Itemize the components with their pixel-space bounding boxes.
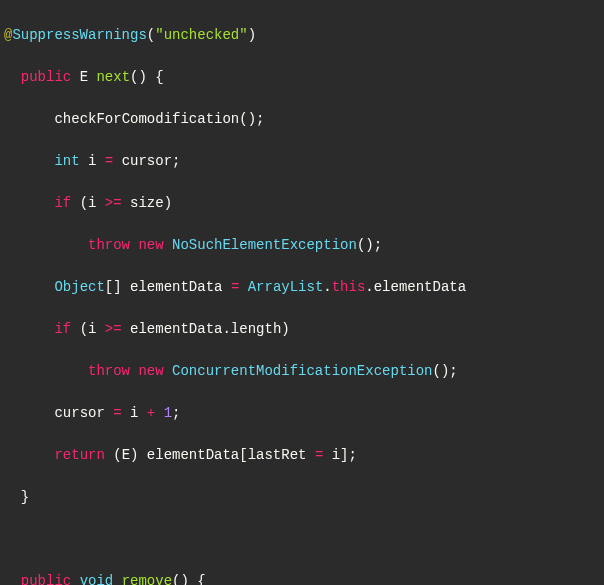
- string-literal: "unchecked": [155, 27, 247, 43]
- code-line: public void remove() {: [4, 571, 604, 585]
- code-line: cursor = i + 1;: [4, 403, 604, 424]
- annotation-name: SuppressWarnings: [12, 27, 146, 43]
- code-line: throw new ConcurrentModificationExceptio…: [4, 361, 604, 382]
- method-call: checkForComodification: [54, 111, 239, 127]
- keyword-public: public: [21, 69, 71, 85]
- code-line: public E next() {: [4, 67, 604, 88]
- code-line: checkForComodification();: [4, 109, 604, 130]
- method-name: remove: [113, 573, 172, 585]
- keyword-if: if: [54, 195, 71, 211]
- code-line: }: [4, 487, 604, 508]
- code-line: Object[] elementData = ArrayList.this.el…: [4, 277, 604, 298]
- code-line-blank: [4, 529, 604, 550]
- code-line: @SuppressWarnings("unchecked"): [4, 25, 604, 46]
- method-name: next: [96, 69, 130, 85]
- code-line: int i = cursor;: [4, 151, 604, 172]
- keyword-return: return: [54, 447, 104, 463]
- code-line: if (i >= size): [4, 193, 604, 214]
- keyword-throw: throw: [88, 363, 130, 379]
- code-line: throw new NoSuchElementException();: [4, 235, 604, 256]
- exception-type: NoSuchElementException: [164, 237, 357, 253]
- code-line: if (i >= elementData.length): [4, 319, 604, 340]
- type-object: Object: [54, 279, 104, 295]
- keyword-if: if: [54, 321, 71, 337]
- keyword-public: public: [21, 573, 71, 585]
- keyword-int: int: [54, 153, 79, 169]
- exception-type: ConcurrentModificationException: [164, 363, 433, 379]
- code-block: @SuppressWarnings("unchecked") public E …: [0, 0, 604, 585]
- keyword-throw: throw: [88, 237, 130, 253]
- code-line: return (E) elementData[lastRet = i];: [4, 445, 604, 466]
